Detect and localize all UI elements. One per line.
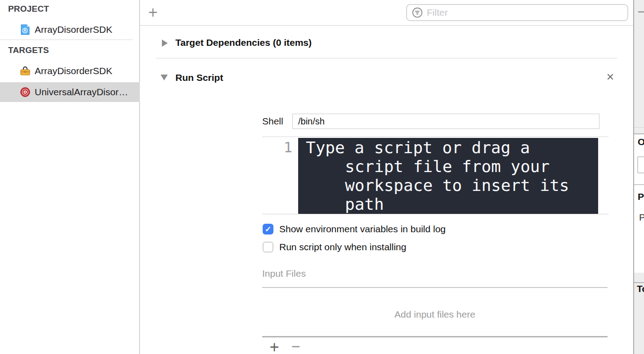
shell-path-input[interactable]: /bin/sh [292, 114, 599, 129]
panel-clipped-field[interactable] [637, 156, 644, 173]
framework-toolbox-icon [20, 66, 31, 76]
editor-top-border [262, 137, 608, 137]
add-input-file-button[interactable]: + [267, 339, 282, 354]
editor-bottom-border [262, 214, 608, 214]
input-files-empty-hint: Add input files here [262, 309, 608, 320]
shell-path-value: /bin/sh [298, 116, 325, 127]
input-files-label: Input Files [262, 268, 306, 279]
sidebar-item-label: UniversalArrayDisor… [35, 87, 128, 97]
option-row-install-only: ✓ Run script only when installing [263, 242, 406, 252]
checkmark-icon: ✓ [265, 226, 271, 233]
target-dependencies-title: Target Dependencies (0 items) [175, 37, 312, 48]
filter-placeholder: Filter [427, 7, 448, 18]
sidebar-item-target-universal-selected[interactable]: UniversalArrayDisor… [0, 82, 140, 102]
panel-fragment-p: P [638, 191, 644, 202]
script-placeholder-line: Type a script or drag a [306, 138, 598, 157]
script-editor[interactable]: Type a script or drag a script file from… [298, 138, 598, 214]
show-env-label: Show environment variables in build log [279, 224, 446, 235]
target-bullseye-icon [20, 87, 31, 97]
disclosure-expanded-icon[interactable] [161, 75, 168, 80]
sidebar-item-project[interactable]: ArrayDisorderSDK [0, 21, 140, 39]
project-targets-sidebar: PROJECT ArrayDisorderSDK TARGETS [0, 0, 140, 354]
panel-divider [634, 184, 644, 185]
script-placeholder-line: workspace to insert its [306, 176, 598, 195]
remove-input-file-button[interactable]: − [288, 338, 304, 354]
input-files-divider [262, 287, 608, 288]
targets-section-header: TARGETS [8, 45, 49, 55]
panel-fragment-o: O [638, 137, 644, 147]
xcode-project-icon [20, 24, 31, 35]
panel-fragment-p2: P [639, 212, 644, 223]
script-placeholder-line: script file from your [306, 157, 598, 176]
option-row-show-env: ✓ Show environment variables in build lo… [263, 224, 446, 235]
xcode-build-phases-window: PROJECT ArrayDisorderSDK TARGETS [0, 0, 644, 354]
right-panel-edge: O P P To [633, 0, 644, 354]
add-build-phase-button[interactable]: + [145, 4, 161, 22]
sidebar-divider [0, 40, 133, 40]
run-script-title: Run Script [175, 72, 223, 83]
panel-dash-icon [638, 11, 644, 13]
disclosure-collapsed-icon[interactable] [162, 40, 168, 47]
input-files-bottom-border [262, 336, 608, 337]
project-section-header: PROJECT [8, 4, 49, 14]
panel-white-section: O P P [634, 133, 644, 273]
install-only-label: Run script only when installing [279, 242, 406, 252]
panel-fragment-to: To [637, 283, 644, 294]
sidebar-item-label: ArrayDisorderSDK [35, 66, 112, 76]
editor-line-number: 1 [262, 139, 292, 156]
shell-label: Shell [262, 116, 283, 127]
sidebar-item-label: ArrayDisorderSDK [35, 24, 112, 35]
close-phase-button[interactable]: ✕ [604, 71, 617, 84]
filter-input[interactable]: Filter [406, 4, 628, 21]
panel-faint-divider [634, 127, 644, 128]
toolbar-divider [140, 25, 633, 26]
filter-icon [411, 7, 423, 18]
install-only-checkbox[interactable]: ✓ [263, 242, 273, 252]
show-env-checkbox[interactable]: ✓ [263, 224, 273, 235]
sidebar-item-target-framework[interactable]: ArrayDisorderSDK [0, 62, 140, 80]
panel-divider [634, 282, 644, 283]
script-placeholder-line: path [306, 195, 598, 214]
section-divider [156, 58, 617, 58]
